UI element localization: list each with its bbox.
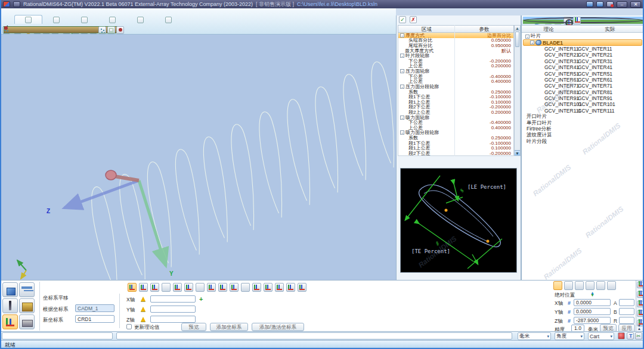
cs-iterate-icon[interactable] [252, 283, 261, 292]
tree-item[interactable]: GCV_INTER61 GCV_INTER61 [522, 77, 644, 83]
dock-scroll-icons[interactable]: ▼▲ [637, 325, 641, 331]
probe-window-icon[interactable] [637, 291, 643, 298]
param-value[interactable]: 0.400000 [455, 79, 513, 84]
status-field-1[interactable] [2, 332, 113, 339]
tree-item[interactable]: GCV_INTER101 GCV_INTER101 [522, 101, 644, 107]
tree-item[interactable]: GCV_INTER11 GCV_INTER11 [522, 46, 644, 52]
param-value[interactable]: -0.200000 [455, 151, 513, 156]
tree-item[interactable]: - 叶片 [522, 33, 644, 39]
unit-angle-dropdown[interactable]: 角度 ▾ [555, 332, 584, 340]
refresh-position-icon[interactable]: ▲▼ [590, 292, 595, 297]
user-lock-icon[interactable] [116, 26, 123, 34]
joystick-icon[interactable] [586, 281, 595, 290]
coordinate-system-icon[interactable] [2, 314, 18, 329]
rotary-axis-value[interactable] [619, 317, 634, 324]
column-theory[interactable]: 理论 [522, 26, 575, 32]
cs-rotate-icon[interactable] [139, 283, 148, 292]
expander-icon[interactable]: - [530, 40, 534, 45]
add-point-icon[interactable]: + [199, 295, 203, 303]
feature-scan-icon[interactable] [107, 26, 114, 34]
tree-item[interactable]: - BLADE1 [522, 39, 644, 45]
tree-item[interactable]: GCV_INTER71 GCV_INTER71 [522, 83, 644, 89]
apply-check-icon[interactable]: ✓ [399, 16, 406, 23]
add-activate-cs-button[interactable]: 添加/激活坐标系 [252, 323, 304, 331]
cs-level-icon[interactable] [162, 283, 171, 292]
scroll-up-icon[interactable]: ▲ [515, 26, 520, 31]
rotary-axis-value[interactable] [619, 308, 634, 315]
ribbon-tab-evaluate[interactable] [70, 15, 98, 24]
tool-rack-icon[interactable] [19, 298, 35, 313]
column-actual[interactable]: 实际 [575, 26, 644, 32]
win-grid-icon[interactable] [596, 1, 603, 7]
tolerance-axes-icon[interactable] [573, 17, 580, 24]
tree-item[interactable]: 叶片分段 [522, 139, 644, 145]
tree-item[interactable]: GCV_INTER51 GCV_INTER51 [522, 70, 644, 76]
home-position-icon[interactable] [607, 281, 616, 290]
update-theory-checkbox[interactable] [126, 324, 132, 329]
tree-item[interactable]: GCV_INTER31 GCV_INTER31 [522, 58, 644, 64]
probe-add-icon[interactable] [596, 281, 605, 290]
cs-matrix-icon[interactable] [207, 283, 216, 292]
tree-item[interactable]: GCV_INTER21 GCV_INTER21 [522, 52, 644, 58]
machine-fixture-icon[interactable] [19, 314, 35, 329]
cs-map-icon[interactable] [286, 283, 295, 292]
jog-icon[interactable]: # [568, 300, 571, 306]
camera-icon[interactable] [564, 17, 571, 24]
ribbon-tab-measure[interactable] [14, 15, 42, 24]
cs-rps-icon[interactable] [264, 283, 273, 292]
param-scrollbar[interactable]: ▲ ▼ [514, 25, 521, 156]
cs-cad-align-icon[interactable] [241, 283, 250, 292]
cs-fork-icon[interactable] [298, 283, 306, 292]
cut-tool-icon[interactable] [635, 332, 642, 339]
record-icon[interactable] [618, 332, 625, 339]
tree-item[interactable]: GCV_INTER91 GCV_INTER91 [522, 95, 644, 101]
base-cs-input[interactable] [75, 304, 114, 312]
lock-icon[interactable] [606, 1, 614, 7]
text-tool-icon[interactable] [627, 332, 634, 339]
ribbon-tab-machine[interactable] [98, 15, 126, 24]
param-row[interactable]: 段2下公差 -0.200000 [398, 151, 513, 156]
probe-vector-icon[interactable] [575, 281, 584, 290]
jog-icon[interactable]: # [568, 318, 571, 324]
win-layer-icon[interactable] [586, 1, 593, 7]
cs-best-fit-icon[interactable] [230, 283, 239, 292]
cs-swap-axes-icon[interactable] [150, 283, 159, 292]
cs-cube-icon[interactable] [196, 283, 205, 292]
new-cs-input[interactable] [75, 315, 114, 323]
preview-button[interactable]: 预览 [181, 323, 206, 331]
cs-save-icon[interactable] [275, 283, 284, 292]
cad-window-icon[interactable] [637, 282, 643, 288]
ribbon-tab-view[interactable] [154, 15, 182, 24]
graphics-viewport[interactable]: Z Y [0, 35, 396, 280]
minimize-button[interactable]: – [617, 1, 627, 8]
column-parameter[interactable]: 参数 [455, 26, 513, 32]
machine-axis-value[interactable] [574, 308, 611, 315]
expander-icon[interactable]: - [525, 35, 530, 39]
x-translate-input[interactable] [150, 295, 196, 303]
close-x-icon[interactable]: ✗ [410, 16, 417, 23]
param-value[interactable]: 0.200000 [455, 110, 513, 115]
jog-icon[interactable]: # [568, 309, 571, 315]
dcc-mode-icon[interactable] [564, 281, 573, 290]
probe-angle-icon[interactable] [2, 298, 18, 313]
probe-cube-icon[interactable] [2, 282, 18, 297]
unit-length-dropdown[interactable]: 毫米 ▾ [518, 332, 551, 340]
caliper-icon[interactable] [19, 282, 35, 297]
cs-3point-icon[interactable] [184, 283, 193, 292]
y-translate-input[interactable] [150, 306, 196, 313]
cs-axis-point-icon[interactable] [173, 283, 182, 292]
rotary-axis-value[interactable] [619, 299, 634, 306]
ribbon-tab-graphics[interactable] [126, 15, 154, 24]
coord-display-dropdown[interactable]: Cart ▾ [588, 332, 614, 340]
tree-item[interactable]: GCV_INTER81 GCV_INTER81 [522, 89, 644, 95]
status-field-2[interactable] [116, 332, 512, 339]
add-cs-button[interactable]: 添加坐标系 [210, 323, 248, 331]
machine-axis-value[interactable] [574, 299, 611, 306]
param-value[interactable]: 0.200000 [455, 63, 513, 68]
manual-mode-icon[interactable] [553, 281, 562, 290]
cs-translate-icon[interactable] [128, 283, 137, 292]
cs-transform-icon[interactable] [218, 283, 227, 292]
param-value[interactable]: 0.400000 [455, 125, 513, 130]
quick-menu-icon[interactable] [13, 1, 20, 7]
scroll-down-icon[interactable]: ▼ [515, 150, 520, 155]
